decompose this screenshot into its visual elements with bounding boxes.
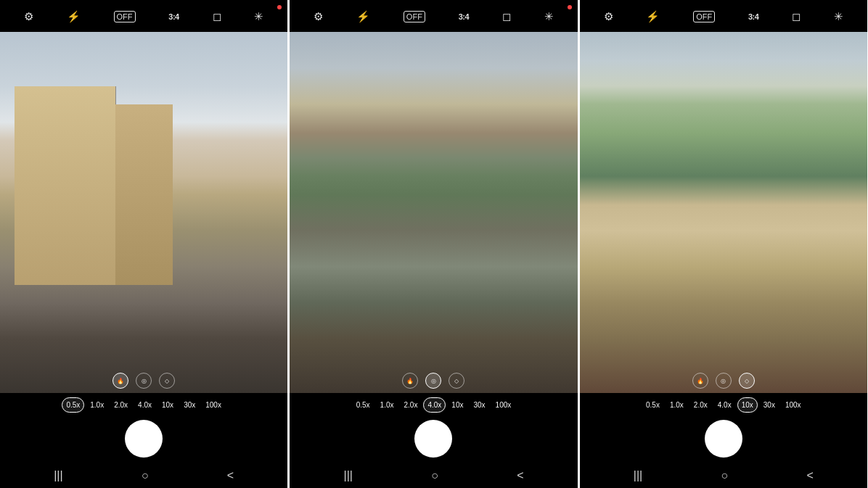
- flash-icon-3[interactable]: ⚡: [646, 10, 660, 23]
- sparkle-icon[interactable]: ✳: [254, 10, 263, 23]
- flash-off-label-3[interactable]: OFF: [693, 11, 715, 22]
- bottom-controls-3: 0.5x 1.0x 2.0x 4.0x 10x 30x 100x ||| ○ <: [580, 393, 867, 488]
- ratio-label[interactable]: 3:4: [168, 12, 179, 21]
- lens-btn-wide-2[interactable]: 🔥: [402, 373, 418, 389]
- flash-icon-2[interactable]: ⚡: [356, 10, 370, 23]
- photo-background-2: [290, 32, 577, 393]
- ratio-label-3[interactable]: 3:4: [748, 12, 758, 21]
- lens-btn-wide-1[interactable]: 🔥: [112, 373, 128, 389]
- zoom-100x-btn-1[interactable]: 100x: [201, 397, 226, 413]
- zoom-30x-btn-2[interactable]: 30x: [469, 397, 489, 413]
- camera-viewport-1: 🔥 ◎ ◇: [0, 32, 287, 393]
- flash-icon[interactable]: ⚡: [67, 10, 81, 23]
- lens-btn-main-3[interactable]: ◎: [716, 373, 732, 389]
- phone-panel-1: ⚙ ⚡ OFF 3:4 ◻ ✳ 🔥 ◎ ◇ 0.5x 1.0x 2.0x 4.0…: [0, 0, 288, 488]
- settings-icon-2[interactable]: ⚙: [314, 10, 323, 23]
- lens-btn-tele-3[interactable]: ◇: [739, 373, 755, 389]
- lens-btn-wide-3[interactable]: 🔥: [692, 373, 708, 389]
- lens-btn-main-2[interactable]: ◎: [425, 373, 441, 389]
- viewport-lens-row-1: 🔥 ◎ ◇: [0, 373, 287, 393]
- shutter-row-1: [0, 420, 287, 458]
- top-bar-1: ⚙ ⚡ OFF 3:4 ◻ ✳: [0, 0, 287, 32]
- settings-icon-3[interactable]: ⚙: [604, 10, 613, 23]
- viewport-lens-row-3: 🔥 ◎ ◇: [580, 373, 867, 393]
- zoom-2.0x-btn-2[interactable]: 2.0x: [400, 397, 422, 413]
- photo-background-1: [0, 32, 287, 393]
- top-bar-3: ⚙ ⚡ OFF 3:4 ◻ ✳: [580, 0, 867, 32]
- recents-icon-3[interactable]: |||: [634, 469, 642, 482]
- zoom-0.5x-btn-1[interactable]: 0.5x: [62, 397, 84, 413]
- zoom-0.5x-btn-2[interactable]: 0.5x: [352, 397, 374, 413]
- zoom-30x-btn-3[interactable]: 30x: [759, 397, 779, 413]
- nav-bar-2: ||| ○ <: [290, 465, 577, 488]
- home-icon-2[interactable]: ○: [431, 469, 438, 482]
- lens-btn-main-1[interactable]: ◎: [136, 373, 152, 389]
- zoom-4.0x-btn-2[interactable]: 4.0x: [423, 397, 446, 413]
- zoom-0.5x-btn-3[interactable]: 0.5x: [642, 397, 664, 413]
- zoom-4.0x-btn-3[interactable]: 4.0x: [713, 397, 736, 413]
- back-icon-2[interactable]: <: [517, 469, 523, 482]
- home-icon-3[interactable]: ○: [721, 469, 729, 482]
- sparkle-icon-2[interactable]: ✳: [544, 10, 554, 23]
- settings-icon[interactable]: ⚙: [24, 10, 33, 23]
- mode-icon[interactable]: ◻: [213, 10, 221, 23]
- notification-dot-2: [568, 5, 572, 9]
- zoom-100x-btn-3[interactable]: 100x: [781, 397, 806, 413]
- zoom-10x-btn-1[interactable]: 10x: [157, 397, 178, 413]
- shutter-button-1[interactable]: [125, 420, 163, 458]
- shutter-button-2[interactable]: [414, 420, 452, 458]
- top-bar-2: ⚙ ⚡ OFF 3:4 ◻ ✳: [290, 0, 577, 32]
- shutter-button-3[interactable]: [705, 420, 742, 458]
- ratio-label-2[interactable]: 3:4: [459, 12, 469, 21]
- nav-bar-1: ||| ○ <: [0, 465, 287, 488]
- mode-icon-3[interactable]: ◻: [792, 10, 801, 23]
- zoom-row-2: 0.5x 1.0x 2.0x 4.0x 10x 30x 100x: [290, 397, 577, 413]
- zoom-4.0x-btn-1[interactable]: 4.0x: [134, 397, 156, 413]
- back-icon-3[interactable]: <: [807, 469, 814, 482]
- zoom-10x-btn-2[interactable]: 10x: [447, 397, 467, 413]
- shutter-row-3: [580, 420, 867, 458]
- notification-dot: [277, 5, 282, 9]
- zoom-1.0x-btn-1[interactable]: 1.0x: [86, 397, 108, 413]
- zoom-10x-btn-3[interactable]: 10x: [737, 397, 758, 413]
- photo-background-3: [580, 32, 867, 393]
- phone-panel-3: ⚙ ⚡ OFF 3:4 ◻ ✳ 🔥 ◎ ◇ 0.5x 1.0x 2.0x 4.0…: [580, 0, 868, 488]
- lens-btn-tele-1[interactable]: ◇: [159, 373, 175, 389]
- zoom-100x-btn-2[interactable]: 100x: [491, 397, 516, 413]
- flash-off-label-2[interactable]: OFF: [404, 11, 425, 22]
- viewport-lens-row-2: 🔥 ◎ ◇: [290, 373, 577, 393]
- zoom-row-1: 0.5x 1.0x 2.0x 4.0x 10x 30x 100x: [0, 397, 287, 413]
- zoom-2.0x-btn-3[interactable]: 2.0x: [689, 397, 712, 413]
- recents-icon-2[interactable]: |||: [343, 469, 352, 482]
- recents-icon-1[interactable]: |||: [54, 469, 62, 482]
- bottom-controls-1: 0.5x 1.0x 2.0x 4.0x 10x 30x 100x ||| ○ <: [0, 393, 287, 488]
- camera-viewport-3: 🔥 ◎ ◇: [580, 32, 867, 393]
- bottom-controls-2: 0.5x 1.0x 2.0x 4.0x 10x 30x 100x ||| ○ <: [290, 393, 577, 488]
- zoom-1.0x-btn-2[interactable]: 1.0x: [376, 397, 398, 413]
- zoom-row-3: 0.5x 1.0x 2.0x 4.0x 10x 30x 100x: [580, 397, 867, 413]
- phone-panel-2: ⚙ ⚡ OFF 3:4 ◻ ✳ 🔥 ◎ ◇ 0.5x 1.0x 2.0x 4.0…: [290, 0, 578, 488]
- flash-off-label[interactable]: OFF: [114, 11, 136, 22]
- sparkle-icon-3[interactable]: ✳: [834, 10, 843, 23]
- camera-viewport-2: 🔥 ◎ ◇: [290, 32, 577, 393]
- mode-icon-2[interactable]: ◻: [502, 10, 511, 23]
- back-icon-1[interactable]: <: [227, 469, 234, 482]
- zoom-30x-btn-1[interactable]: 30x: [179, 397, 200, 413]
- lens-btn-tele-2[interactable]: ◇: [449, 373, 464, 389]
- zoom-1.0x-btn-3[interactable]: 1.0x: [666, 397, 688, 413]
- home-icon-1[interactable]: ○: [142, 469, 149, 482]
- shutter-row-2: [290, 420, 577, 458]
- zoom-2.0x-btn-1[interactable]: 2.0x: [110, 397, 132, 413]
- nav-bar-3: ||| ○ <: [580, 465, 867, 488]
